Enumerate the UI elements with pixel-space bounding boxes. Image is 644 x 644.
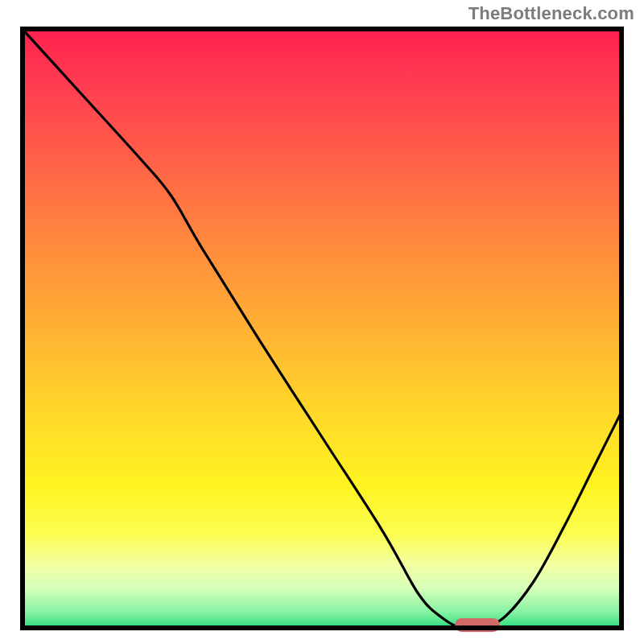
watermark-text: TheBottleneck.com xyxy=(469,3,634,24)
chart-canvas: TheBottleneck.com xyxy=(0,0,644,644)
plot-area xyxy=(20,27,624,630)
gradient-background xyxy=(20,27,624,630)
